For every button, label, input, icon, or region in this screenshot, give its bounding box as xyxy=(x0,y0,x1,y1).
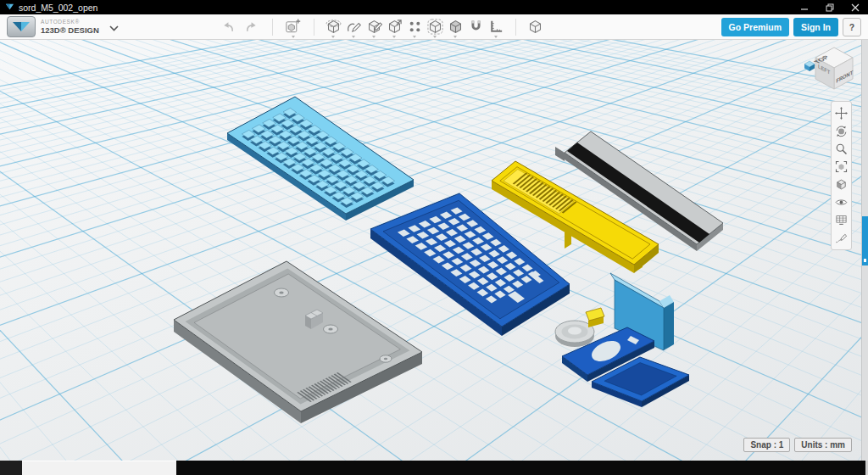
viewport[interactable]: TOP FRONT LEFT Snap : 1 Units : mm xyxy=(0,40,868,461)
toolbar-items xyxy=(219,16,544,38)
header-buttons: Go Premium Sign In ? xyxy=(721,18,868,36)
modify-button[interactable] xyxy=(386,16,403,38)
brand-autodesk: AUTODESK® xyxy=(41,20,99,25)
part-small-button[interactable] xyxy=(586,308,604,327)
brand-123d-design: 123D® DESIGN xyxy=(41,26,99,35)
construct-button[interactable] xyxy=(365,16,383,38)
app-toolbar: AUTODESK® 123D® DESIGN Go Premium Sign I… xyxy=(0,14,868,40)
zoom-tool[interactable] xyxy=(832,140,850,158)
undo-button[interactable] xyxy=(219,16,239,38)
redo-button[interactable] xyxy=(242,16,262,38)
chevron-down-icon[interactable] xyxy=(109,20,119,35)
123d-logo-icon xyxy=(10,20,32,34)
right-scrollbar-thumb[interactable] xyxy=(862,216,868,265)
fit-view-tool[interactable] xyxy=(832,158,850,176)
view-cube[interactable]: TOP FRONT LEFT xyxy=(810,45,858,96)
orbit-tool[interactable] xyxy=(832,122,850,140)
measure-button[interactable] xyxy=(487,16,505,38)
sign-in-button[interactable]: Sign In xyxy=(793,18,838,36)
go-premium-button[interactable]: Go Premium xyxy=(721,18,789,36)
sketch-button[interactable] xyxy=(345,16,363,38)
scene-svg xyxy=(0,40,868,461)
close-button[interactable] xyxy=(843,0,868,14)
pattern-button[interactable] xyxy=(406,16,424,38)
home-view-icon[interactable] xyxy=(804,60,815,72)
toolbar-separator xyxy=(314,19,314,36)
toolbar-separator xyxy=(272,19,273,36)
window-title: sord_M5_002_open xyxy=(19,3,97,13)
app-icon xyxy=(5,3,14,12)
brand-block: AUTODESK® 123D® DESIGN xyxy=(41,20,99,35)
application-window: sord_M5_002_open AUTODESK® 123D® DESIGN … xyxy=(0,0,868,475)
part-case-bottom[interactable] xyxy=(174,261,422,423)
combine-button[interactable] xyxy=(447,16,465,38)
app-menu-button[interactable] xyxy=(7,16,36,37)
window-titlebar: sord_M5_002_open xyxy=(0,0,868,14)
help-button[interactable]: ? xyxy=(843,18,861,36)
minimize-button[interactable] xyxy=(792,0,817,14)
primitives-button[interactable] xyxy=(283,16,303,38)
snap-setting[interactable]: Snap : 1 xyxy=(743,438,790,452)
status-bar: Snap : 1 Units : mm xyxy=(743,438,852,452)
pan-tool[interactable] xyxy=(832,104,850,122)
transform-button[interactable] xyxy=(325,16,342,38)
right-scrollbar-track[interactable] xyxy=(861,40,868,461)
part-keyboard-cap[interactable] xyxy=(227,97,414,221)
units-setting[interactable]: Units : mm xyxy=(794,438,852,452)
grid-toggle-tool[interactable] xyxy=(832,211,850,229)
restore-button[interactable] xyxy=(817,0,843,14)
taskbar-app-button[interactable] xyxy=(22,461,176,475)
view-navbar xyxy=(831,101,852,250)
grouping-button[interactable] xyxy=(426,16,444,38)
toolbar-separator xyxy=(515,19,516,36)
taskbar xyxy=(0,461,868,475)
visibility-tool[interactable] xyxy=(832,193,850,211)
sketch-visibility-tool[interactable] xyxy=(832,229,850,247)
taskbar-start-area[interactable] xyxy=(0,461,22,475)
snap-button[interactable] xyxy=(467,16,485,38)
view-style-tool[interactable] xyxy=(832,176,850,193)
view-settings-button[interactable] xyxy=(526,16,544,38)
